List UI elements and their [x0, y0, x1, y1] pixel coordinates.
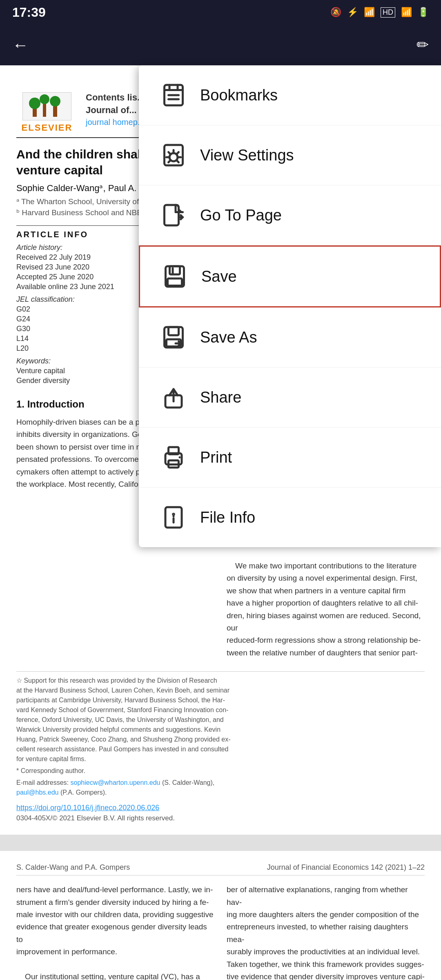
page-2-right-col: ber of alternative explanations, ranging… [227, 884, 425, 980]
pdf-page-2: S. Calder-Wang and P.A. Gompers Journal … [0, 851, 441, 980]
go-to-page-icon [159, 201, 188, 229]
svg-point-3 [40, 94, 49, 104]
wifi-icon: 📶 [364, 7, 375, 18]
status-time: 17:39 [12, 5, 46, 20]
status-bar: 17:39 🔕 ⚡ 📶 HD 📶 🔋 [0, 0, 441, 24]
page-2-header-right: Journal of Financial Economics 142 (2021… [267, 863, 425, 872]
email-addresses: E-mail addresses: sophiecw@wharton.upenn… [16, 778, 425, 797]
svg-rect-2 [43, 102, 46, 117]
dropdown-menu: Bookmarks View Settings [139, 65, 441, 547]
svg-point-39 [173, 514, 174, 515]
svg-line-16 [177, 152, 179, 154]
svg-line-15 [169, 152, 171, 154]
svg-line-20 [177, 160, 179, 163]
save-as-label: Save As [200, 329, 257, 346]
menu-item-file-info[interactable]: File Info [139, 488, 441, 547]
battery-icon: 🔋 [418, 7, 429, 18]
svg-line-19 [169, 160, 171, 163]
signal-icon: 📶 [401, 7, 412, 18]
doi-link[interactable]: https://doi.org/10.1016/j.jfineco.2020.0… [16, 804, 425, 812]
elsevier-logo: ELSEVIER [16, 92, 78, 133]
menu-item-share[interactable]: Share [139, 368, 441, 428]
menu-item-view-settings[interactable]: View Settings [139, 125, 441, 185]
save-label: Save [201, 268, 237, 285]
svg-rect-28 [169, 327, 179, 335]
page-2-header-left: S. Calder-Wang and P.A. Gompers [16, 863, 130, 872]
page-2-text-1: ners have and deal/fund-level performanc… [16, 884, 214, 980]
back-button[interactable]: ← [12, 36, 29, 54]
file-info-label: File Info [200, 509, 255, 526]
share-label: Share [200, 389, 241, 406]
email-1[interactable]: sophiecw@wharton.upenn.edu [71, 779, 160, 786]
email-2[interactable]: paul@hbs.edu [16, 789, 58, 796]
save-as-icon [159, 323, 188, 352]
app-bar: ← ✏ [0, 24, 441, 65]
go-to-page-label: Go To Page [200, 207, 282, 224]
svg-point-35 [179, 457, 181, 459]
page-2-left-col: ners have and deal/fund-level performanc… [16, 884, 214, 980]
hd-icon: HD [381, 7, 395, 18]
view-settings-icon [159, 141, 188, 169]
menu-item-save-as[interactable]: Save As [139, 307, 441, 368]
page-2-header: S. Calder-Wang and P.A. Gompers Journal … [16, 863, 425, 875]
footnote-support: ☆ Support for this research was provided… [16, 676, 425, 764]
svg-point-1 [29, 98, 40, 109]
bluetooth-icon: ⚡ [347, 7, 358, 18]
footnote-section: ☆ Support for this research was provided… [16, 671, 425, 822]
page-separator [0, 835, 441, 851]
menu-item-save[interactable]: Save [139, 245, 441, 307]
save-icon [160, 262, 189, 291]
menu-item-bookmarks[interactable]: Bookmarks [139, 65, 441, 125]
elsevier-brand: ELSEVIER [22, 122, 73, 133]
svg-rect-24 [170, 266, 180, 274]
copyright: 0304-405X/© 2021 Elsevier B.V. All right… [16, 814, 425, 822]
menu-item-go-to-page[interactable]: Go To Page [139, 185, 441, 245]
edit-icon[interactable]: ✏ [416, 36, 429, 53]
logo-image [22, 92, 71, 120]
page-2-two-col: ners have and deal/fund-level performanc… [16, 884, 425, 980]
file-info-icon [159, 503, 188, 532]
print-label: Print [200, 449, 232, 466]
page-2-text-2: ber of alternative explanations, ranging… [227, 884, 425, 980]
status-icons: 🔕 ⚡ 📶 HD 📶 🔋 [330, 7, 429, 18]
bookmarks-icon [159, 81, 188, 109]
svg-point-5 [50, 96, 60, 107]
bookmarks-label: Bookmarks [200, 87, 278, 104]
share-icon [159, 383, 188, 412]
print-icon [159, 443, 188, 472]
notification-mute-icon: 🔕 [330, 7, 341, 18]
view-settings-label: View Settings [200, 147, 294, 164]
corresponding-author: * Corresponding author. [16, 766, 425, 776]
elsevier-logo-svg [29, 94, 65, 119]
svg-rect-25 [168, 278, 182, 286]
menu-item-print[interactable]: Print [139, 428, 441, 488]
